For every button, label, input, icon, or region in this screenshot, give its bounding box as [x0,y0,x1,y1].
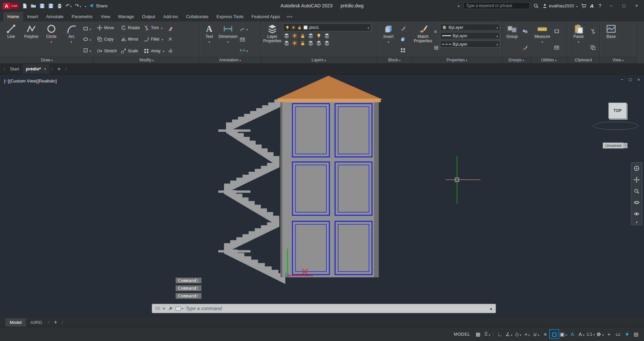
tab-collaborate[interactable]: Collaborate [182,12,213,21]
linetype-select[interactable]: ByLayer [440,41,500,48]
file-tab-predio[interactable]: prédio* × [22,64,50,74]
account-button[interactable]: evafrias2020 [542,3,578,8]
explode-button[interactable] [167,37,174,42]
save-as-button[interactable] [48,3,54,9]
viewport-close-button[interactable]: × [637,77,640,82]
properties-panel-label[interactable]: Properties [412,56,502,63]
annotation-scale-button[interactable]: 1:1 [586,330,595,339]
redo-button[interactable]: ↷ [75,3,81,8]
new-drawing-button[interactable] [22,3,28,9]
layer-properties-button[interactable]: Layer Properties [263,22,282,56]
plot-button[interactable] [57,3,62,9]
fillet-button[interactable]: Fillet [144,37,164,42]
object-snap-button[interactable]: ∪ [532,330,541,339]
command-input[interactable] [186,306,487,311]
undo-button[interactable]: ↶ [65,3,72,8]
groups-panel-label[interactable]: Groups [502,56,531,63]
model-space-canvas[interactable] [0,74,644,318]
recent-commands-button[interactable]: ▾ [176,306,183,311]
new-tab-button[interactable]: + [54,66,64,72]
model-space-button[interactable]: MODEL [451,332,474,337]
viewcube-compass-ring[interactable] [593,121,639,130]
layer-freeze-button[interactable] [284,40,289,46]
new-layout-button[interactable]: + [51,319,60,325]
tab-annotate[interactable]: Annotate [42,12,67,21]
snap-mode-button[interactable]: ⠿ [482,330,492,339]
tab-express-tools[interactable]: Express Tools [213,12,248,21]
draw-panel-label[interactable]: Draw [0,56,94,63]
tab-parametric[interactable]: Parametric [67,12,97,21]
line-button[interactable]: Line [2,22,21,56]
maximize-button[interactable]: □ [619,3,629,8]
viewport-minimize-button[interactable]: − [621,77,624,82]
block-create-button[interactable] [399,37,407,42]
polyline-button[interactable]: Polyline [22,22,41,56]
cut-button[interactable] [589,29,597,34]
pan-button[interactable] [631,174,642,185]
viewport-restore-button[interactable]: □ [629,77,632,82]
named-view-control[interactable]: Unnamed ▾ [603,143,628,149]
trim-button[interactable]: Trim [144,25,164,31]
tab-featured-apps[interactable]: Featured Apps [247,12,284,21]
tab-output[interactable]: Output [138,12,159,21]
table-button[interactable] [239,37,249,42]
viewport-view-control[interactable]: [Custom View] [9,78,38,83]
array-button[interactable]: Array [144,48,164,54]
block-edit-button[interactable] [399,26,407,31]
clipboard-panel-label[interactable]: Clipboard [567,56,599,63]
quick-select-button[interactable] [553,29,560,34]
annotation-visibility-button[interactable]: A [568,330,577,339]
search-arrow-icon[interactable]: ▸ [458,4,460,8]
view-panel-label[interactable]: View [600,56,636,63]
file-tab-start[interactable]: Start [7,64,22,74]
full-navigation-wheel-button[interactable] [631,163,642,174]
layer-lock-button[interactable] [300,33,306,39]
isometric-drafting-button[interactable]: ◇ [513,330,522,339]
insert-block-button[interactable]: Insert [379,22,398,56]
copy-clip-button[interactable] [589,45,597,50]
block-panel-label[interactable]: Block [377,56,412,63]
quick-calc-button[interactable] [553,45,560,50]
tab-insert[interactable]: Insert [23,12,42,21]
layer-isolate-button[interactable] [292,33,297,39]
showmotion-button[interactable] [631,208,642,220]
selection-area-button[interactable]: ▢ [550,330,559,339]
viewport-style-control[interactable]: [Realistic] [38,78,56,83]
match-properties-button[interactable]: Match Properties [414,22,432,56]
layer-on-button[interactable] [316,33,322,39]
layer-match-button[interactable] [308,33,314,39]
text-button[interactable]: Text [201,22,217,56]
selection-cycling-button[interactable]: ▣ [559,330,568,339]
orbit-button[interactable] [631,197,642,208]
ortho-mode-button[interactable]: ∟ [495,330,504,339]
utilities-panel-label[interactable]: Utilities [531,56,567,63]
command-history-expand-button[interactable]: ▲ [489,306,493,310]
object-snap-tracking-button[interactable]: + [522,330,532,339]
scale-button[interactable]: Scale [121,48,140,54]
share-button[interactable]: Share [89,3,107,8]
store-cart-button[interactable] [581,3,587,9]
hatch-button[interactable] [82,47,92,53]
layer-unlock-button[interactable] [300,40,306,46]
base-view-button[interactable]: Base [601,22,621,56]
properties-grid-button[interactable]: ▤ [434,45,439,50]
viewport-minimize-control[interactable]: [−] [4,78,9,83]
zoom-button[interactable] [631,185,642,197]
tab-home[interactable]: Home [3,12,23,21]
tab-addins[interactable]: Add-ins [159,12,182,21]
annotation-monitor-button[interactable]: + [604,330,613,339]
layer-off-button[interactable] [284,33,289,39]
leader-button[interactable] [239,26,249,32]
help-button[interactable]: ? [597,3,603,8]
autoscale-button[interactable]: A [577,330,586,339]
circle-button[interactable]: Circle [42,22,61,56]
copy-button[interactable]: Copy [97,37,117,42]
tab-manage[interactable]: Manage [114,12,138,21]
help-search-input[interactable] [463,2,530,9]
lineweight-display-button[interactable]: ≡ [541,330,550,339]
layer-thaw-button[interactable] [292,40,297,46]
search-button[interactable] [533,3,539,9]
mirror-button[interactable]: Mirror [121,37,140,42]
save-button[interactable] [39,3,45,9]
arc-button[interactable]: Arc [62,22,81,56]
